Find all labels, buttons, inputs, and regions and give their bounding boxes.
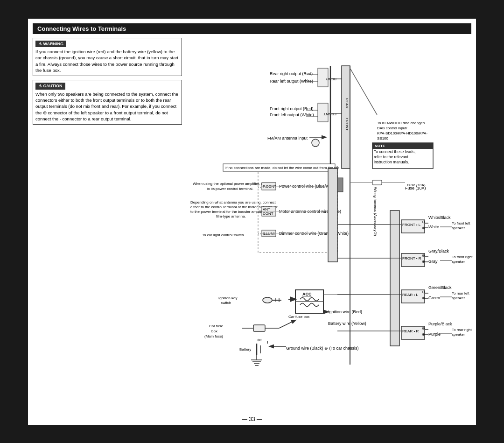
warning-text: If you connect the ignition wire (red) a… [35,49,179,73]
svg-text:Purple: Purple [428,332,441,337]
title-bar: Connecting Wires to Terminals [33,23,471,34]
svg-text:FRONT • R: FRONT • R [402,256,421,260]
svg-text:film-type antenna.: film-type antenna. [216,214,246,218]
svg-text:If no connections are made, do: If no connections are made, do not let t… [225,166,340,170]
svg-text:refer to the relevant: refer to the relevant [374,155,408,159]
svg-rect-145 [342,66,350,169]
svg-point-25 [312,139,319,147]
svg-text:FM/AM antenna input: FM/AM antenna input [267,136,308,141]
warning-label: WARNING [35,41,66,48]
svg-text:White/Black: White/Black [428,215,451,220]
svg-text:⊕: ⊕ [422,332,425,337]
svg-text:FRONT • L: FRONT • L [402,223,421,227]
diagram-area: text { font-family: Arial, sans-serif; }… [186,38,471,416]
svg-text:DAB control input/: DAB control input/ [377,126,407,130]
svg-text:To car light control switch: To car light control switch [202,233,244,237]
svg-text:⊖: ⊖ [422,253,425,258]
svg-rect-151 [372,180,382,185]
svg-text:P.CONT: P.CONT [263,184,276,189]
svg-text:ACC: ACC [302,292,312,296]
svg-text:Wiring harness (Accessory①): Wiring harness (Accessory①) [373,187,378,236]
svg-text:speaker: speaker [452,296,465,300]
svg-text:Depending on what antenna you : Depending on what antenna you are using,… [190,200,276,204]
page-number: — 33 — [28,416,476,422]
svg-text:⊖: ⊖ [422,220,425,224]
svg-text:KPA-SD100/KPA-HD100/KPA-: KPA-SD100/KPA-HD100/KPA- [377,131,427,135]
svg-text:REAR: REAR [345,98,349,108]
svg-point-58 [263,297,272,303]
svg-text:Rear left output (White): Rear left output (White) [270,79,313,84]
svg-text:FRONT: FRONT [323,112,336,116]
page: Connecting Wires to Terminals WARNING If… [28,19,476,425]
svg-text:REAR • R: REAR • R [402,329,419,333]
svg-text:Battery: Battery [239,347,251,352]
svg-text:Car fuse box: Car fuse box [288,315,309,319]
svg-line-75 [279,320,295,328]
svg-text:Purple/Black: Purple/Black [428,322,452,326]
wiring-diagram: text { font-family: Arial, sans-serif; }… [186,38,484,416]
svg-text:⊕: ⊕ [422,260,425,264]
svg-text:REAR • L: REAR • L [402,293,418,297]
svg-text:speaker: speaker [452,260,465,264]
svg-text:SS100: SS100 [377,136,389,141]
svg-text:CONT: CONT [263,211,273,216]
svg-text:(Main fuse): (Main fuse) [204,334,223,338]
svg-rect-88 [390,211,399,346]
svg-text:speaker: speaker [452,332,465,337]
svg-text:Gray/Black: Gray/Black [428,249,449,253]
svg-text:NOTE: NOTE [375,144,385,148]
svg-text:To KENWOOD disc changer/: To KENWOOD disc changer/ [377,121,425,125]
svg-text:To front left: To front left [452,221,470,225]
svg-text:Ignition key: Ignition key [218,296,237,300]
svg-text:switch: switch [221,301,231,305]
svg-text:Ignition wire (Red): Ignition wire (Red) [328,309,362,314]
svg-line-149 [350,68,377,115]
svg-text:Battery wire (Yellow): Battery wire (Yellow) [328,321,366,326]
svg-text:To connect these leads,: To connect these leads, [374,149,415,154]
svg-text:⊖: ⊖ [422,326,425,330]
svg-text:Green/Black: Green/Black [428,285,452,290]
svg-rect-52 [328,169,337,262]
svg-text:⊕: ⊕ [422,296,425,300]
svg-text:Gray: Gray [428,259,438,264]
content-area: WARNING If you connect the ignition wire… [33,38,471,416]
svg-text:speaker: speaker [452,226,465,230]
svg-text:Ground wire (Black) ⊖ (To car : Ground wire (Black) ⊖ (To car chassis) [286,346,359,351]
page-title: Connecting Wires to Terminals [37,25,126,32]
svg-text:Fuse (10A): Fuse (10A) [407,183,426,187]
svg-text:ILLUMI: ILLUMI [263,232,275,236]
svg-text:To rear left: To rear left [452,291,470,295]
svg-text:instruction manuals.: instruction manuals. [374,160,409,164]
svg-text:⊖: ⊖ [422,290,425,294]
svg-text:FRONT: FRONT [345,118,349,131]
caution-label: CAUTION [35,83,65,90]
svg-text:To front right: To front right [452,255,473,259]
svg-text:Rear right output (Red): Rear right output (Red) [270,71,313,76]
svg-text:⊕: ⊕ [422,226,425,230]
warning-box: WARNING If you connect the ignition wire… [33,38,182,77]
svg-text:To rear right: To rear right [452,328,472,332]
svg-text:Green: Green [428,295,440,300]
svg-text:ANT: ANT [263,207,270,211]
left-column: WARNING If you connect the ignition wire… [33,38,182,416]
svg-text:White: White [428,225,439,229]
svg-text:to its power control terminal.: to its power control terminal. [207,187,253,191]
svg-text:box: box [211,329,217,333]
svg-text:⊖: ⊖ [259,338,263,342]
caution-text: When only two speakers are being connect… [35,91,179,122]
svg-rect-54 [337,178,343,192]
svg-text:Car fuse: Car fuse [209,324,224,328]
svg-rect-72 [253,325,265,331]
caution-box: CAUTION When only two speakers are being… [33,80,182,125]
